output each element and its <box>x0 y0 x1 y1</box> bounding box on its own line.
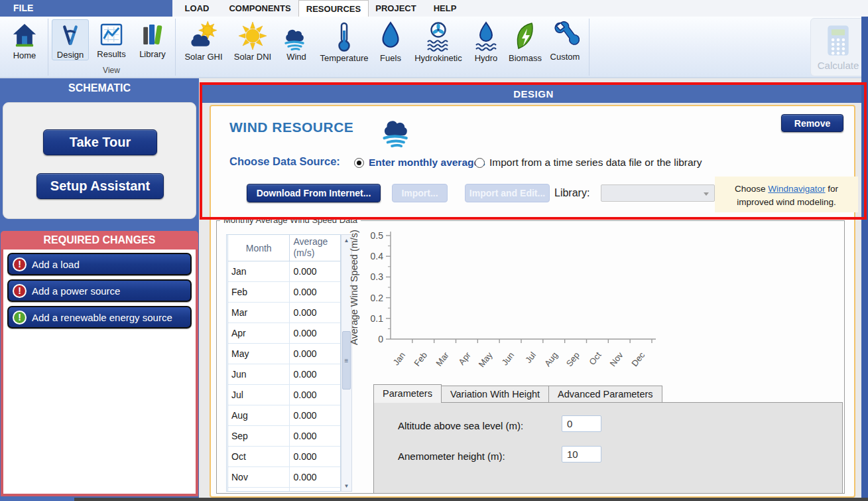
import-button[interactable]: Import... <box>392 184 448 202</box>
table-row[interactable]: Dec0.000 <box>228 488 340 492</box>
month-cell[interactable]: Jan <box>228 261 290 281</box>
resource-hydrokinetic-button[interactable]: Hydrokinetic <box>410 19 467 63</box>
average-cell[interactable]: 0.000 <box>290 323 340 343</box>
resource-fuels-button[interactable]: Fuels <box>374 19 407 63</box>
month-cell[interactable]: Oct <box>228 447 290 466</box>
table-row[interactable]: May0.000 <box>228 344 340 364</box>
table-header: Month Average (m/s) <box>228 235 340 261</box>
month-cell[interactable]: Jul <box>228 385 290 405</box>
resource-solar-ghi-button[interactable]: Solar GHI <box>180 19 227 62</box>
average-cell[interactable]: 0.000 <box>290 261 340 281</box>
table-row[interactable]: Feb0.000 <box>228 282 340 303</box>
import-and-edit-button[interactable]: Import and Edit... <box>465 184 550 202</box>
custom-wrench-icon <box>550 21 580 50</box>
tab-resources[interactable]: RESOURCES <box>298 0 369 17</box>
remove-button[interactable]: Remove <box>781 114 843 132</box>
month-cell[interactable]: Mar <box>228 303 290 322</box>
month-cell[interactable]: Aug <box>228 405 290 425</box>
table-row[interactable]: Aug0.000 <box>228 405 340 426</box>
tab-load[interactable]: LOAD <box>174 0 220 17</box>
home-icon <box>11 21 38 49</box>
tab-advanced-parameters[interactable]: Advanced Parameters <box>549 386 662 403</box>
month-cell[interactable]: Nov <box>228 467 290 487</box>
table-row[interactable]: Oct0.000 <box>228 447 340 467</box>
altitude-input[interactable] <box>562 415 601 432</box>
windnavigator-link[interactable]: Windnavigator <box>768 184 825 194</box>
alert-badge: ! <box>13 311 27 324</box>
table-row[interactable]: Apr0.000 <box>228 323 340 344</box>
required-change-item[interactable]: ! Add a power source <box>7 279 192 302</box>
scroll-down-arrow[interactable]: ▼ <box>341 480 351 491</box>
resource-custom-button[interactable]: Custom <box>546 19 584 62</box>
resource-wind-button[interactable]: Wind <box>279 19 314 62</box>
month-cell[interactable]: May <box>228 344 290 364</box>
month-cell[interactable]: Sep <box>228 426 290 446</box>
svg-text:0.2: 0.2 <box>371 293 384 303</box>
average-cell[interactable]: 0.000 <box>290 447 340 466</box>
table-row[interactable]: Jun0.000 <box>228 364 340 385</box>
tab-parameters[interactable]: Parameters <box>373 384 442 403</box>
radio-label: Enter monthly averages <box>369 157 485 169</box>
take-tour-button[interactable]: Take Tour <box>43 129 157 155</box>
month-cell[interactable]: Feb <box>228 282 290 302</box>
average-cell[interactable]: 0.000 <box>290 282 340 302</box>
svg-text:0.4: 0.4 <box>371 251 384 261</box>
tab-help[interactable]: HELP <box>424 0 465 17</box>
resource-biomass-button[interactable]: Biomass <box>505 19 545 63</box>
temperature-icon <box>334 21 355 52</box>
library-select[interactable] <box>601 184 715 202</box>
svg-text:Aug: Aug <box>542 350 560 368</box>
month-column-header: Month <box>228 235 290 261</box>
view-design-button[interactable]: Design <box>52 19 89 60</box>
view-results-button[interactable]: Results <box>93 19 130 59</box>
home-button[interactable]: Home <box>4 19 45 60</box>
table-row[interactable]: Mar0.000 <box>228 303 340 323</box>
file-menu-button[interactable]: FILE <box>0 0 172 17</box>
required-change-item[interactable]: ! Add a load <box>7 253 192 275</box>
month-cell[interactable]: Jun <box>228 364 290 384</box>
tab-variation-with-height[interactable]: Variation With Height <box>442 386 549 403</box>
average-cell[interactable]: 0.000 <box>290 364 340 384</box>
average-column-header: Average (m/s) <box>290 235 340 261</box>
view-library-button[interactable]: Library <box>134 19 171 59</box>
download-from-internet-button[interactable]: Download From Internet... <box>247 184 381 202</box>
alert-badge: ! <box>13 284 27 298</box>
svg-text:0: 0 <box>378 334 383 344</box>
resource-hydro-button[interactable]: Hydro <box>469 19 503 63</box>
table-row[interactable]: Sep0.000 <box>228 426 340 447</box>
note-text: for <box>826 184 839 194</box>
schematic-title: SCHEMATIC <box>0 82 199 94</box>
svg-text:Dec: Dec <box>629 350 647 368</box>
required-changes-panel: ! Add a load ! Add a power source ! Add … <box>1 250 198 496</box>
month-cell[interactable]: Apr <box>228 323 290 343</box>
resource-temperature-button[interactable]: Temperature <box>317 19 371 63</box>
hydrokinetic-icon <box>425 21 452 52</box>
average-cell[interactable]: 0.000 <box>290 405 340 425</box>
average-cell[interactable]: 0.000 <box>290 426 340 446</box>
radio-option[interactable]: Enter monthly averages <box>354 157 485 169</box>
table-row[interactable]: Nov0.000 <box>228 467 340 488</box>
average-cell[interactable]: 0.000 <box>290 467 340 487</box>
setup-assistant-button[interactable]: Setup Assistant <box>36 173 164 199</box>
table-row[interactable]: Jul0.000 <box>228 385 340 405</box>
average-cell[interactable]: 0.000 <box>290 303 340 322</box>
note-text: Choose <box>735 184 768 194</box>
svg-text:Sep: Sep <box>564 350 582 368</box>
resource-solar-dni-button[interactable]: Solar DNI <box>229 19 276 62</box>
required-change-item[interactable]: ! Add a renewable energy source <box>7 306 192 328</box>
results-chart-icon <box>98 21 125 48</box>
svg-text:Nov: Nov <box>607 350 625 368</box>
calculate-button[interactable]: Calculate <box>810 18 866 76</box>
average-cell[interactable]: 0.000 <box>290 488 340 492</box>
table-row[interactable]: Jan0.000 <box>228 261 340 282</box>
svg-text:Mar: Mar <box>434 350 451 368</box>
average-cell[interactable]: 0.000 <box>290 344 340 364</box>
tab-project[interactable]: PROJECT <box>373 0 419 17</box>
design-compass-icon <box>57 22 84 48</box>
tab-components[interactable]: COMPONENTS <box>224 0 296 17</box>
radio-option[interactable]: Import from a time series data file or t… <box>475 157 702 169</box>
anemometer-height-input[interactable] <box>562 446 601 463</box>
month-cell[interactable]: Dec <box>228 488 290 492</box>
average-cell[interactable]: 0.000 <box>290 385 340 405</box>
schematic-sidebar: SCHEMATIC Take Tour Setup Assistant REQU… <box>0 78 199 501</box>
